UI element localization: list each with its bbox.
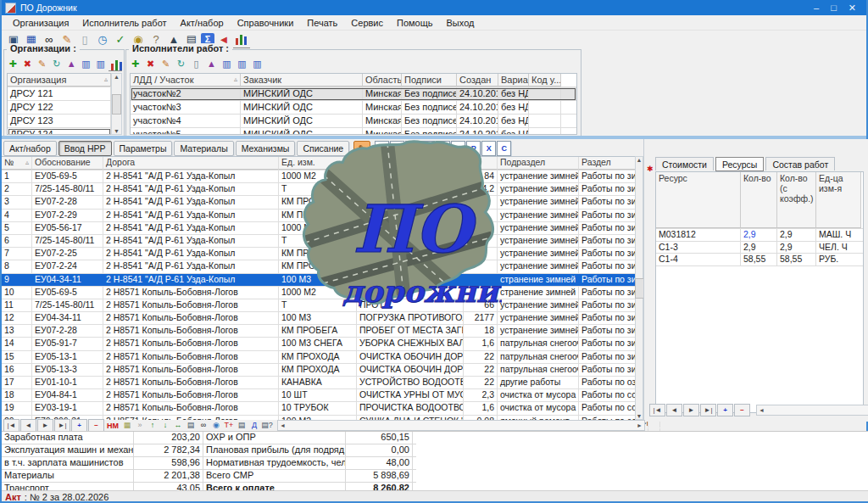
organization-row[interactable]: ДРСУ 123: [8, 115, 111, 128]
work-row[interactable]: 7 ЕУ07-2-25 2 Н-8541 "А/Д Р-61 Узда-Копы…: [2, 248, 643, 260]
work-row[interactable]: 6 7/25-145-80/11 2 Н-8541 "А/Д Р-61 Узда…: [2, 235, 643, 248]
report-doc-icon[interactable]: П: [405, 141, 420, 156]
col-header-podrazdel[interactable]: Подраздел: [498, 157, 579, 170]
report-doc-icon[interactable]: Н: [390, 141, 404, 156]
navigator-button[interactable]: +: [717, 404, 733, 416]
scroll-left-icon[interactable]: ◄: [759, 407, 765, 413]
work-row[interactable]: 18 ЕУ04-84-1 2 Н8571 Копыль-Бобовня-Лого…: [2, 389, 643, 402]
work-row[interactable]: 3 ЕУ07-2-28 2 Н-8541 "А/Д Р-61 Узда-Копы…: [2, 196, 643, 209]
maximize-button[interactable]: □: [831, 3, 837, 14]
nav-toolbar-icon[interactable]: »: [134, 421, 146, 431]
menu-item[interactable]: Акт/набор: [175, 17, 230, 29]
executors-toolbar-icon[interactable]: ✎: [159, 57, 173, 70]
col-header-doroga[interactable]: Дорога: [103, 157, 279, 170]
col-header-naimenovanie[interactable]: Наименование: [357, 157, 464, 170]
resource-tab[interactable]: Стоимости: [655, 157, 714, 170]
nav-toolbar-icon[interactable]: ↓: [159, 421, 171, 431]
work-row[interactable]: 17 ЕУ01-10-1 2 Н8571 Копыль-Бобовня-Лого…: [2, 377, 643, 389]
col-header-qty[interactable]: [464, 157, 498, 170]
menu-item[interactable]: Выход: [441, 17, 481, 29]
navigator-button[interactable]: −: [88, 419, 104, 432]
menu-item[interactable]: Справочники: [231, 17, 300, 29]
report-doc-icon[interactable]: Х: [481, 141, 496, 156]
tab-button[interactable]: Ввод НРР: [58, 141, 112, 156]
close-button[interactable]: ✕: [849, 3, 856, 14]
edit-act-icon[interactable]: ✎: [353, 141, 370, 156]
menu-item[interactable]: Исполнитель работ: [76, 17, 172, 29]
navigator-button[interactable]: ►|: [54, 419, 70, 432]
report-doc-icon[interactable]: В: [375, 141, 389, 156]
tab-button[interactable]: Механизмы: [236, 141, 296, 156]
work-row[interactable]: 9 ЕУ04-34-11 2 Н-8541 "А/Д Р-61 Узда-Коп…: [2, 274, 643, 287]
nav-toolbar-icon[interactable]: ∞: [198, 421, 209, 431]
work-row[interactable]: 1 ЕУ05-69-5 2 Н-8541 "А/Д Р-61 Узда-Копы…: [2, 170, 643, 183]
work-row[interactable]: 19 ЕУ03-19-1 2 Н8571 Копыль-Бобовня-Лого…: [2, 402, 643, 415]
executors-toolbar-icon[interactable]: ✚: [128, 57, 142, 70]
resource-tab[interactable]: Ресурсы: [715, 157, 764, 171]
work-row[interactable]: 12 ЕУ04-34-11 2 Н8571 Копыль-Бобовня-Лог…: [2, 312, 643, 325]
scroll-thumb[interactable]: [112, 94, 121, 115]
col-header-edizm[interactable]: Ед. изм.: [279, 157, 357, 170]
navigator-button[interactable]: |◄: [3, 419, 19, 432]
nav-toolbar-icon[interactable]: ▤: [236, 421, 248, 431]
executor-row[interactable]: участок№4 МИНСКИЙ ОДС Минская Без подпис…: [131, 115, 576, 128]
work-row[interactable]: 13 ЕУ07-2-28 2 Н8571 Копыль-Бобовня-Лого…: [2, 325, 643, 338]
col-header-resurs[interactable]: Ресурс: [656, 172, 741, 228]
menu-item[interactable]: Организация: [7, 17, 75, 29]
nav-toolbar-icon[interactable]: Д: [248, 421, 260, 431]
scroll-up-icon[interactable]: ▲: [114, 74, 120, 80]
col-header-num[interactable]: № ▵: [2, 157, 32, 170]
col-header-obosnovanie[interactable]: Обоснование: [32, 157, 103, 170]
col-header-kod[interactable]: Код у...: [529, 74, 561, 87]
work-row[interactable]: 11 7/25-145-80/11 2 Н8571 Копыль-Бобовня…: [2, 299, 643, 312]
report-doc-icon[interactable]: С: [497, 141, 511, 156]
executors-toolbar-icon[interactable]: ▲: [204, 57, 219, 70]
col-header-oblast[interactable]: Область: [363, 74, 402, 87]
organizations-column-header[interactable]: Организация ▵: [8, 74, 111, 87]
nav-toolbar-icon[interactable]: ▤: [185, 421, 197, 431]
resources-hscrollbar[interactable]: ◄ ►: [756, 405, 868, 416]
work-row[interactable]: 14 ЕУ05-91-7 2 Н8571 Копыль-Бобовня-Лого…: [2, 338, 643, 350]
report-doc-icon[interactable]: Ф: [420, 141, 435, 156]
org-toolbar-icon[interactable]: [108, 57, 122, 71]
toolbar-icon[interactable]: [233, 31, 250, 48]
resource-row[interactable]: С1-3 2,9 2,9 ЧЕЛ. Ч: [656, 242, 863, 254]
organization-row[interactable]: ДРСУ 122: [8, 101, 111, 115]
nav-toolbar-icon[interactable]: ◉: [210, 421, 222, 431]
executors-toolbar-icon[interactable]: ▥: [235, 57, 249, 70]
tab-button[interactable]: Материалы: [174, 141, 233, 156]
resource-row[interactable]: С1-4 58,55 58,55 РУБ.: [656, 254, 863, 266]
menu-item[interactable]: Сервис: [345, 17, 389, 29]
navigator-button[interactable]: ◄: [20, 419, 36, 432]
col-header-zakazchik[interactable]: Заказчик: [241, 74, 363, 87]
work-row[interactable]: 16 ЕУ05-13-3 2 Н8571 Копыль-Бобовня-Лого…: [2, 364, 643, 377]
tab-button[interactable]: Параметры: [114, 141, 173, 156]
navigator-button[interactable]: ►: [37, 419, 53, 432]
scroll-down-icon[interactable]: ▼: [637, 413, 643, 419]
navigator-button[interactable]: +: [71, 419, 87, 432]
organizations-scrollbar[interactable]: ▲ ▼: [111, 73, 122, 135]
works-grid-scrollbar[interactable]: ▲ ▼: [635, 156, 643, 420]
executors-toolbar-icon[interactable]: ▥: [250, 57, 264, 70]
col-header-kolvo-koef[interactable]: Кол-во (с коэфф.): [777, 172, 816, 228]
executor-row[interactable]: участок№5 МИНСКИЙ ОДС Минская Без подпис…: [131, 128, 576, 135]
org-toolbar-icon[interactable]: ▥: [94, 58, 108, 71]
report-doc-icon[interactable]: С: [451, 141, 465, 156]
organization-row[interactable]: ДРСУ 124: [8, 128, 111, 135]
minimize-button[interactable]: –: [814, 3, 819, 14]
org-toolbar-icon[interactable]: ↻: [50, 58, 64, 71]
report-doc-icon[interactable]: К: [436, 141, 450, 156]
col-header-uchastok[interactable]: ЛДД / Участок ▵: [131, 74, 241, 87]
org-toolbar-icon[interactable]: ✚: [6, 58, 19, 71]
navigator-button[interactable]: |◄: [649, 404, 665, 416]
org-toolbar-icon[interactable]: ✎: [36, 58, 49, 71]
tab-button[interactable]: Списание: [297, 141, 349, 156]
menu-item[interactable]: Помощь: [391, 17, 439, 29]
executors-toolbar-icon[interactable]: ↻: [174, 57, 188, 70]
org-toolbar-icon[interactable]: ✖: [20, 58, 34, 71]
report-doc-icon[interactable]: Р: [466, 141, 481, 156]
works-hscrollbar[interactable]: ◄ ►: [277, 420, 645, 431]
work-row[interactable]: 15 ЕУ05-13-1 2 Н8571 Копыль-Бобовня-Лого…: [2, 351, 643, 364]
org-toolbar-icon[interactable]: ▥: [79, 58, 92, 71]
executor-row[interactable]: участок№3 МИНСКИЙ ОДС Минская Без подпис…: [131, 101, 576, 115]
